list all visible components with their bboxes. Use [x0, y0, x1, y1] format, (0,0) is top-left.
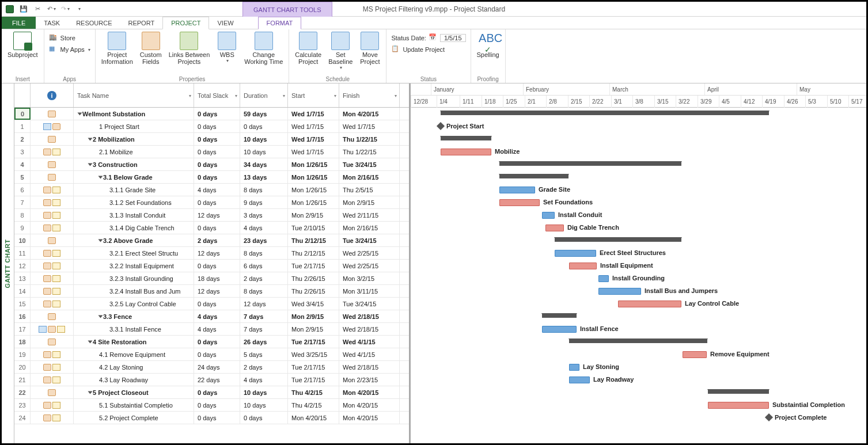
- start-cell[interactable]: Mon 2/9/15: [288, 310, 339, 322]
- finish-cell[interactable]: Wed 2/18/15: [339, 361, 400, 373]
- change-working-time-button[interactable]: Change Working Time: [242, 31, 285, 66]
- gantt-summary-bar[interactable]: [441, 111, 769, 115]
- finish-cell[interactable]: Thu 1/22/15: [339, 133, 400, 145]
- duration-cell[interactable]: 10 days: [240, 386, 288, 398]
- slack-cell[interactable]: 18 days: [194, 272, 240, 284]
- task-name-cell[interactable]: 1 Project Start: [74, 120, 194, 132]
- slack-cell[interactable]: 0 days: [194, 108, 240, 120]
- table-row[interactable]: 63.1.1 Grade Site4 days8 daysMon 1/26/15…: [14, 184, 409, 196]
- gantt-task-bar[interactable]: [598, 275, 609, 282]
- duration-cell[interactable]: 4 days: [240, 374, 288, 386]
- tab-file[interactable]: FILE: [2, 17, 36, 29]
- slack-cell[interactable]: 0 days: [194, 133, 240, 145]
- collapse-icon[interactable]: [88, 163, 93, 166]
- gantt-task-bar[interactable]: [545, 225, 564, 231]
- row-number-cell[interactable]: 19: [14, 348, 31, 360]
- duration-cell[interactable]: 0 days: [240, 120, 288, 132]
- task-name-cell[interactable]: 3 Construction: [74, 158, 194, 170]
- custom-fields-button[interactable]: Custom Fields: [138, 31, 164, 66]
- collapse-icon[interactable]: [98, 176, 103, 178]
- table-row[interactable]: 0Wellmont Substation0 days59 daysWed 1/7…: [14, 108, 409, 120]
- slack-cell[interactable]: 0 days: [194, 386, 240, 398]
- table-row[interactable]: 184 Site Restoration0 days26 daysTue 2/1…: [14, 336, 409, 348]
- col-header-start[interactable]: Start▾: [288, 83, 339, 107]
- row-number-cell[interactable]: 16: [14, 310, 31, 322]
- gantt-task-bar[interactable]: [683, 351, 707, 358]
- dropdown-icon[interactable]: ▾: [189, 93, 191, 98]
- row-number-cell[interactable]: 9: [14, 222, 31, 234]
- table-row[interactable]: 225 Project Closeout0 days10 daysThu 4/2…: [14, 386, 409, 399]
- start-cell[interactable]: Mon 4/20/15: [288, 412, 339, 424]
- duration-cell[interactable]: 26 days: [240, 336, 288, 348]
- finish-cell[interactable]: Mon 2/23/15: [339, 374, 400, 386]
- start-cell[interactable]: Tue 2/17/15: [288, 260, 339, 272]
- dropdown-icon[interactable]: ▾: [334, 93, 336, 98]
- qat-customize-icon[interactable]: ▾: [74, 5, 84, 14]
- wbs-button[interactable]: WBS▾: [214, 31, 240, 64]
- gantt-summary-bar[interactable]: [555, 237, 681, 242]
- start-cell[interactable]: Thu 4/2/15: [288, 399, 339, 411]
- gantt-task-bar[interactable]: [569, 364, 579, 371]
- task-name-cell[interactable]: 3.3.1 Install Fence: [74, 323, 194, 335]
- table-row[interactable]: 32.1 Mobilize0 days10 daysWed 1/7/15Thu …: [14, 146, 409, 158]
- gantt-task-bar[interactable]: [499, 187, 535, 193]
- slack-cell[interactable]: 2 days: [194, 234, 240, 246]
- row-number-cell[interactable]: 17: [14, 323, 31, 335]
- task-name-cell[interactable]: 3.3 Fence: [74, 310, 194, 322]
- tab-view[interactable]: VIEW: [209, 17, 241, 29]
- start-cell[interactable]: Thu 2/12/15: [288, 247, 339, 259]
- collapse-icon[interactable]: [98, 239, 103, 242]
- table-row[interactable]: 22 Mobilization0 days10 daysWed 1/7/15Th…: [14, 133, 409, 146]
- dropdown-icon[interactable]: ▾: [395, 93, 397, 98]
- slack-cell[interactable]: 12 days: [194, 209, 240, 221]
- col-header-duration[interactable]: Duration▾: [240, 83, 288, 107]
- finish-cell[interactable]: Wed 2/18/15: [339, 323, 400, 335]
- col-header-task-name[interactable]: Task Name▾: [74, 83, 194, 107]
- start-cell[interactable]: Tue 2/10/15: [288, 222, 339, 234]
- task-name-cell[interactable]: 4.1 Remove Equipment: [74, 348, 194, 360]
- duration-cell[interactable]: 5 days: [240, 348, 288, 360]
- task-name-cell[interactable]: 3.2.1 Erect Steel Structu: [74, 247, 194, 259]
- duration-cell[interactable]: 6 days: [240, 260, 288, 272]
- table-row[interactable]: 93.1.4 Dig Cable Trench0 days4 daysTue 2…: [14, 222, 409, 234]
- finish-cell[interactable]: Mon 4/20/15: [339, 386, 400, 398]
- dropdown-icon[interactable]: ▾: [235, 93, 237, 98]
- project-information-button[interactable]: Project Information: [99, 31, 135, 66]
- col-header-row-number[interactable]: [14, 83, 31, 107]
- duration-cell[interactable]: 8 days: [240, 247, 288, 259]
- duration-cell[interactable]: 7 days: [240, 310, 288, 322]
- row-number-cell[interactable]: 23: [14, 399, 31, 411]
- gantt-summary-bar[interactable]: [542, 313, 577, 318]
- duration-cell[interactable]: 4 days: [240, 222, 288, 234]
- table-row[interactable]: 43 Construction0 days34 daysMon 1/26/15T…: [14, 158, 409, 171]
- task-name-cell[interactable]: Wellmont Substation: [74, 108, 194, 120]
- row-number-cell[interactable]: 7: [14, 196, 31, 208]
- start-cell[interactable]: Mon 1/26/15: [288, 158, 339, 170]
- finish-cell[interactable]: Thu 1/22/15: [339, 146, 400, 158]
- tab-project[interactable]: PROJECT: [162, 17, 209, 29]
- duration-cell[interactable]: 8 days: [240, 184, 288, 196]
- gantt-task-bar[interactable]: [542, 212, 555, 219]
- finish-cell[interactable]: Wed 1/7/15: [339, 120, 400, 132]
- table-row[interactable]: 53.1 Below Grade0 days13 daysMon 1/26/15…: [14, 171, 409, 184]
- status-date-control[interactable]: Status Date: 📅 1/5/15: [390, 33, 467, 43]
- slack-cell[interactable]: 0 days: [194, 412, 240, 424]
- finish-cell[interactable]: Wed 4/1/15: [339, 336, 400, 348]
- table-row[interactable]: 73.1.2 Set Foundations0 days9 daysMon 1/…: [14, 196, 409, 209]
- table-row[interactable]: 143.2.4 Install Bus and Jum12 days8 days…: [14, 285, 409, 298]
- duration-cell[interactable]: 2 days: [240, 361, 288, 373]
- duration-cell[interactable]: 10 days: [240, 399, 288, 411]
- start-cell[interactable]: Thu 2/26/15: [288, 285, 339, 297]
- start-cell[interactable]: Mon 2/9/15: [288, 209, 339, 221]
- slack-cell[interactable]: 0 days: [194, 196, 240, 208]
- finish-cell[interactable]: Mon 4/20/15: [339, 399, 400, 411]
- table-row[interactable]: 245.2 Project Complete0 days0 daysMon 4/…: [14, 412, 409, 424]
- finish-cell[interactable]: Mon 2/16/15: [339, 171, 400, 183]
- gantt-chart[interactable]: JanuaryFebruaryMarchAprilMay 12/281/41/1…: [411, 83, 866, 443]
- tab-report[interactable]: REPORT: [120, 17, 163, 29]
- finish-cell[interactable]: Tue 3/24/15: [339, 234, 400, 246]
- task-name-cell[interactable]: 5 Project Closeout: [74, 386, 194, 398]
- duration-cell[interactable]: 13 days: [240, 171, 288, 183]
- redo-icon[interactable]: ↷▾: [60, 5, 70, 14]
- slack-cell[interactable]: 4 days: [194, 310, 240, 322]
